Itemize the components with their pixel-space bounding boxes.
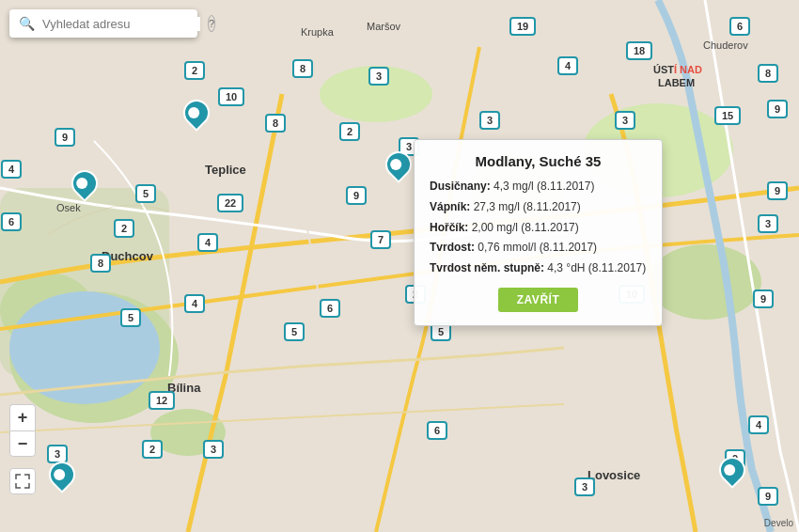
attribution: Develo <box>764 518 793 528</box>
num-marker[interactable]: 2 <box>184 61 205 80</box>
zoom-in-button[interactable]: + <box>9 404 36 430</box>
num-marker[interactable]: 3 <box>615 111 635 130</box>
num-marker[interactable]: 4 <box>197 233 218 252</box>
popup-data-row: Tvrdost: 0,76 mmol/l (8.11.2017) <box>430 240 647 256</box>
num-marker[interactable]: 15 <box>714 106 741 125</box>
num-marker[interactable]: 6 <box>729 17 750 36</box>
popup-data-row: Dusičnany: 4,3 mg/l (8.11.2017) <box>430 179 647 195</box>
map-background <box>0 0 799 532</box>
num-marker[interactable]: 18 <box>626 41 652 60</box>
search-bar: 🔍 ? <box>9 9 197 38</box>
num-marker[interactable]: 7 <box>370 230 391 249</box>
num-marker[interactable]: 22 <box>217 194 243 212</box>
num-marker[interactable]: 19 <box>509 17 536 36</box>
num-marker[interactable]: 8 <box>90 254 111 273</box>
num-marker[interactable]: 6 <box>320 299 340 318</box>
num-marker[interactable]: 8 <box>265 114 286 133</box>
num-marker[interactable]: 4 <box>748 415 769 434</box>
num-marker[interactable]: 2 <box>339 122 360 141</box>
num-marker[interactable]: 3 <box>758 214 778 233</box>
popup-rows: Dusičnany: 4,3 mg/l (8.11.2017)Vápník: 2… <box>430 179 647 276</box>
popup-data-row: Hořčík: 2,00 mg/l (8.11.2017) <box>430 220 647 236</box>
close-button[interactable]: ZAVŘÍT <box>498 288 578 312</box>
popup-title: Modlany, Suché 35 <box>430 153 647 169</box>
num-marker[interactable]: 9 <box>55 128 75 147</box>
num-marker[interactable]: 8 <box>292 59 313 78</box>
num-marker[interactable]: 12 <box>149 391 175 410</box>
num-marker[interactable]: 3 <box>368 67 389 86</box>
svg-point-5 <box>649 244 761 320</box>
search-input[interactable] <box>42 17 200 31</box>
num-marker[interactable]: 10 <box>218 87 244 106</box>
num-marker[interactable]: 4 <box>1 160 22 179</box>
num-marker[interactable]: 9 <box>346 186 367 205</box>
popup-data-row: Tvrdost něm. stupně: 4,3 °dH (8.11.2017) <box>430 260 647 276</box>
num-marker[interactable]: 9 <box>753 289 774 308</box>
num-marker[interactable]: 3 <box>574 477 595 496</box>
num-marker[interactable]: 9 <box>758 487 778 506</box>
num-marker[interactable]: 3 <box>479 111 500 130</box>
num-marker[interactable]: 2 <box>142 440 163 459</box>
num-marker[interactable]: 5 <box>120 308 141 327</box>
expand-button[interactable] <box>9 468 36 494</box>
num-marker[interactable]: 2 <box>114 219 134 238</box>
num-marker[interactable]: 4 <box>184 294 205 313</box>
search-icon: 🔍 <box>19 16 35 31</box>
num-marker[interactable]: 5 <box>135 184 156 203</box>
info-popup: Modlany, Suché 35 Dusičnany: 4,3 mg/l (8… <box>414 139 663 326</box>
zoom-out-button[interactable]: − <box>9 430 36 457</box>
num-marker[interactable]: 9 <box>767 181 788 200</box>
num-marker[interactable]: 9 <box>767 100 788 118</box>
num-marker[interactable]: 3 <box>203 440 224 459</box>
num-marker[interactable]: 6 <box>1 212 22 231</box>
num-marker[interactable]: 5 <box>284 322 305 341</box>
num-marker[interactable]: 6 <box>427 421 447 440</box>
num-marker[interactable]: 8 <box>758 64 778 83</box>
num-marker[interactable]: 4 <box>557 56 578 75</box>
map-container[interactable]: ÚSTÍ NAD LABEM Teplice Duchcov Bílina Lo… <box>0 0 799 532</box>
popup-data-row: Vápník: 27,3 mg/l (8.11.2017) <box>430 199 647 215</box>
zoom-controls: + − <box>9 404 36 457</box>
